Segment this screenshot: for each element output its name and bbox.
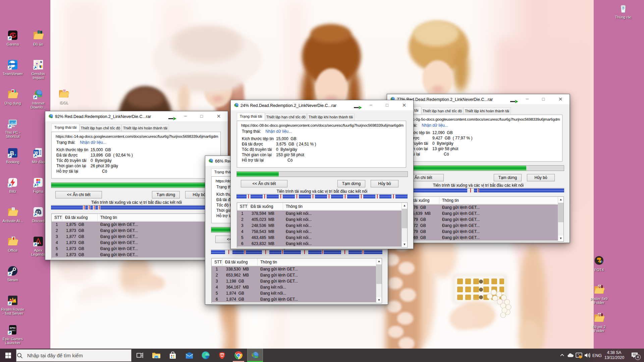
svg-text:EPIC: EPIC <box>10 326 16 329</box>
